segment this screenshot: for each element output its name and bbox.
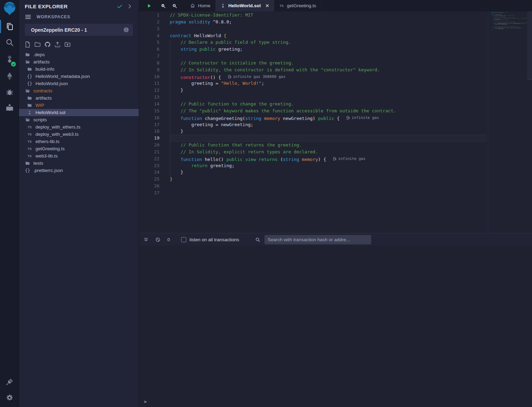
code-line[interactable]: 9 // In Solidity, the constructor is def… — [139, 67, 487, 73]
ts-icon: TS — [27, 139, 32, 144]
zoom-in-icon[interactable] — [172, 3, 177, 9]
tree-item-label: artifacts — [33, 59, 50, 64]
gas-icon — [346, 116, 350, 120]
listen-checkbox[interactable] — [181, 237, 186, 242]
code-line[interactable]: 12 } — [139, 87, 487, 94]
tree-item-contracts[interactable]: contracts — [19, 87, 139, 94]
new-file-icon[interactable] — [24, 41, 31, 48]
code-line[interactable]: 22 function hello() public view returns … — [139, 155, 487, 162]
code-line[interactable]: 26 — [139, 183, 487, 190]
gas-estimate-widget[interactable]: infinite gas — [346, 114, 379, 121]
tree-item-build-info[interactable]: build-info — [19, 65, 139, 73]
minimap[interactable]: // SPDX-License-Identifier: MITpragma so… — [488, 11, 527, 233]
file-explorer-toolbar — [19, 36, 139, 51]
hamburger-menu-icon[interactable] — [25, 14, 31, 20]
code-line[interactable]: 21 // In Solidity, explicit return types… — [139, 149, 487, 155]
tree-item-label: build-info — [35, 67, 54, 72]
tree-item-artifacts[interactable]: artifacts — [19, 94, 139, 102]
code-line[interactable]: 24 } — [139, 169, 487, 176]
code-line[interactable]: 11 greeting = "Hello, World!"; — [139, 80, 487, 87]
code-line[interactable]: 8 // Constructor to initialize the greet… — [139, 60, 487, 67]
tree-item-prettierrc-json[interactable]: {}.prettierrc.json — [19, 167, 139, 174]
workspace-check-icon[interactable] — [117, 3, 123, 9]
gas-icon — [228, 75, 231, 79]
tree-item-wip[interactable]: WIP — [19, 102, 139, 109]
terminal-search-input[interactable] — [264, 235, 371, 244]
code-line[interactable]: 20 // Public function that returns the g… — [139, 142, 487, 149]
tree-item-scripts[interactable]: scripts — [19, 116, 139, 123]
gas-estimate-widget[interactable]: infinite gas — [333, 155, 365, 162]
code-line-content: function changeGreeting(string memory ne… — [170, 114, 379, 121]
code-line[interactable]: 23 return greeting; — [139, 162, 487, 169]
chevron-right-icon[interactable] — [127, 3, 133, 9]
terminal-output[interactable]: > — [139, 246, 532, 407]
code-editor[interactable]: 1// SPDX-License-Identifier: MIT2pragma … — [139, 11, 532, 233]
new-folder-icon[interactable] — [34, 41, 41, 48]
tab-home[interactable]: Home — [185, 0, 216, 11]
sidebar-item-search[interactable] — [0, 34, 19, 50]
sidebar-item-solidity-compiler[interactable] — [0, 50, 19, 68]
tree-item-web3-lib-ts[interactable]: TSweb3-lib.ts — [19, 152, 139, 160]
clear-console-icon[interactable] — [155, 237, 160, 242]
tree-item-ethers-lib-ts[interactable]: TSethers-lib.ts — [19, 138, 139, 145]
zoom-out-icon[interactable] — [160, 3, 166, 9]
code-line[interactable]: 7 — [139, 53, 487, 60]
code-line[interactable]: 14 // Public function to change the gree… — [139, 101, 487, 108]
code-line[interactable]: 27 — [139, 190, 487, 196]
tree-item-artifacts[interactable]: artifacts — [19, 58, 139, 65]
code-line[interactable]: 4contract HelloWorld { — [139, 32, 487, 39]
tree-item-deps[interactable]: .deps — [19, 51, 139, 58]
tree-item-getgreeting-ts[interactable]: TSgetGreeting.ts — [19, 145, 139, 152]
code-line[interactable]: 15 // The "public" keyword makes the fun… — [139, 108, 487, 114]
tree-item-tests[interactable]: tests — [19, 160, 139, 167]
sidebar-item-file-explorer[interactable] — [0, 19, 19, 34]
tree-item-label: getGreeting.ts — [35, 146, 65, 151]
code-line-content: function hello() public view returns (st… — [170, 155, 366, 162]
code-line[interactable]: 18 } — [139, 128, 487, 135]
line-number: 7 — [139, 53, 170, 60]
code-line[interactable]: 25} — [139, 176, 487, 183]
sidebar-item-plugin-manager[interactable] — [0, 374, 19, 390]
tree-item-helloworld-sol[interactable]: HelloWorld.sol — [19, 109, 139, 116]
terminal-expand-icon[interactable] — [143, 237, 149, 242]
terminal-toolbar: 0 listen on all transactions — [139, 233, 532, 246]
code-line[interactable]: 16 function changeGreeting(string memory… — [139, 114, 487, 121]
tree-item-deploy-with-ethers-ts[interactable]: TSdeploy_with_ethers.ts — [19, 123, 139, 131]
tree-item-deploy-with-web3-ts[interactable]: TSdeploy_with_web3.ts — [19, 131, 139, 138]
tree-item-helloworld-json[interactable]: {}HelloWorld.json — [19, 80, 139, 87]
code-line[interactable]: 6 string public greeting; — [139, 46, 487, 53]
github-icon[interactable] — [44, 41, 51, 48]
code-line[interactable]: 1// SPDX-License-Identifier: MIT — [139, 12, 487, 19]
line-number: 22 — [139, 155, 170, 162]
upload-folder-icon[interactable] — [64, 41, 71, 48]
remix-logo[interactable] — [0, 0, 19, 19]
workspace-select[interactable]: OpenZeppelin ERC20 - 1 — [25, 24, 133, 36]
code-line[interactable]: 5 // Declare a public field of type stri… — [139, 39, 487, 46]
editor-scrollbar-thumb[interactable] — [527, 11, 532, 80]
code-line-content: // Declare a public field of type string… — [170, 39, 291, 46]
code-line[interactable]: 2pragma solidity ^0.8.0; — [139, 19, 487, 26]
line-number: 10 — [139, 73, 170, 80]
code-line-content: pragma solidity ^0.8.0; — [170, 19, 232, 26]
gas-estimate-widget[interactable]: infinite gas 368600 gas — [228, 73, 285, 80]
code-line[interactable]: 10 constructor() {infinite gas 368600 ga… — [139, 73, 487, 80]
gas-estimate-label: infinite gas — [338, 155, 365, 162]
code-line[interactable]: 17 greeting = newGreeting; — [139, 121, 487, 128]
tab-helloworld-sol[interactable]: HelloWorld.sol× — [216, 0, 274, 11]
run-script-button[interactable] — [146, 3, 152, 9]
sidebar-item-settings[interactable] — [0, 390, 19, 406]
sidebar-item-learneth[interactable] — [0, 100, 19, 116]
terminal-prompt: > — [144, 399, 147, 404]
close-tab-icon[interactable]: × — [265, 3, 269, 9]
sidebar-item-deploy-and-run[interactable] — [0, 68, 19, 84]
line-number: 17 — [139, 121, 170, 128]
sidebar-item-debugger[interactable] — [0, 84, 19, 100]
tree-item-label: HelloWorld.json — [35, 81, 68, 86]
line-number: 12 — [139, 87, 170, 94]
tab-getgreeting-ts[interactable]: TSgetGreeting.ts — [274, 0, 321, 11]
code-line[interactable]: 13 — [139, 94, 487, 101]
tree-item-helloworld-metadata-json[interactable]: {}HelloWorld_metadata.json — [19, 73, 139, 80]
code-line[interactable]: 19 — [139, 135, 487, 142]
code-line[interactable]: 3 — [139, 26, 487, 32]
upload-file-icon[interactable] — [54, 41, 61, 48]
